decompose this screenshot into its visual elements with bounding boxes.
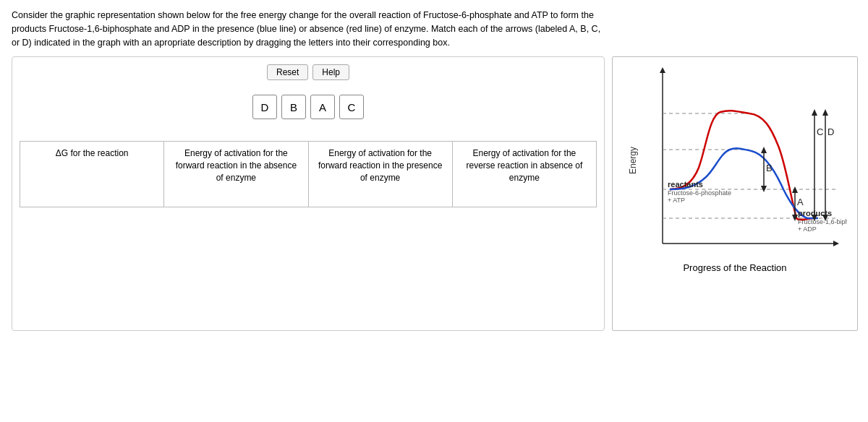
label-c: C: [817, 126, 823, 137]
drop-zones-row: ΔG for the reaction Energy of activation…: [20, 141, 597, 207]
drop-zone-4-label: Energy of activation for the reverse rea…: [460, 147, 589, 184]
drop-zone-2[interactable]: Energy of activation for the forward rea…: [164, 142, 308, 207]
label-b: B: [766, 163, 773, 173]
svg-marker-12: [761, 147, 767, 153]
content-area: Reset Help D B A C ΔG for the reaction E…: [12, 56, 856, 331]
help-button[interactable]: Help: [312, 64, 349, 80]
drop-zone-4[interactable]: Energy of activation for the reverse rea…: [453, 142, 596, 207]
reactants-sub2: + ATP: [668, 197, 685, 204]
chart-area: Energy reactants Fruct: [623, 63, 847, 258]
instruction-text: Consider the graphic representation show…: [12, 9, 605, 49]
svg-marker-2: [660, 67, 665, 73]
energy-chart: Energy reactants Fruct: [623, 63, 847, 258]
svg-marker-3: [833, 241, 839, 246]
red-curve: [670, 111, 814, 220]
draggable-letters: D B A C: [20, 95, 597, 119]
drop-zone-1-label: ΔG for the reaction: [56, 147, 129, 160]
svg-marker-18: [822, 109, 828, 116]
products-sub1: Fructose-1,6-biphosphate: [798, 218, 847, 225]
drop-zone-2-label: Energy of activation for the forward rea…: [171, 147, 300, 184]
letter-b[interactable]: B: [281, 95, 306, 119]
drop-zone-3[interactable]: Energy of activation for the forward rea…: [309, 142, 453, 207]
letter-d[interactable]: D: [252, 95, 277, 119]
progress-label: Progress of the Reaction: [683, 262, 786, 273]
y-axis-label: Energy: [628, 147, 638, 174]
main-container: Consider the graphic representation show…: [0, 0, 868, 337]
drop-zone-1[interactable]: ΔG for the reaction: [20, 142, 164, 207]
reactants-sub1: Fructose-6-phosphate: [668, 189, 731, 197]
letter-c[interactable]: C: [339, 95, 364, 119]
products-sub2: + ADP: [798, 225, 817, 233]
label-d: D: [827, 126, 834, 137]
label-a: A: [797, 197, 804, 207]
drop-zone-3-label: Energy of activation for the forward rea…: [316, 147, 445, 184]
reset-help-row: Reset Help: [20, 64, 597, 80]
reactants-label: reactants: [668, 180, 703, 189]
reset-button[interactable]: Reset: [267, 64, 308, 80]
left-panel: Reset Help D B A C ΔG for the reaction E…: [12, 56, 605, 331]
svg-marker-15: [812, 109, 817, 116]
chart-panel: Energy reactants Fruct: [612, 56, 858, 331]
letter-a[interactable]: A: [310, 95, 335, 119]
